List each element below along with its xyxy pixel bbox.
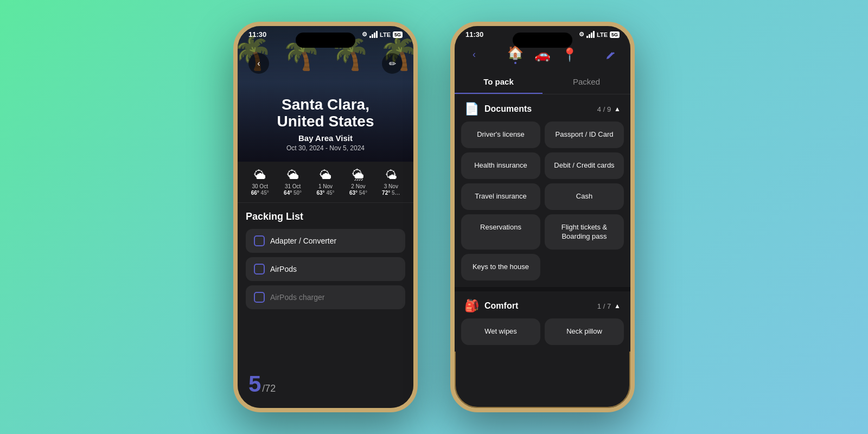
- phone2-content[interactable]: 📄 Documents 4 / 9 ▲ Driver's license Pas…: [455, 94, 630, 387]
- documents-chevron: ▲: [614, 105, 621, 113]
- settings-icon-2: ⚙: [579, 31, 584, 38]
- checkbox-0[interactable]: [254, 235, 265, 246]
- item-flight-tickets[interactable]: Flight tickets & Boarding pass: [545, 214, 624, 250]
- documents-category-header[interactable]: 📄 Documents 4 / 9 ▲: [455, 94, 630, 122]
- documents-category-left: 📄 Documents: [464, 102, 532, 116]
- nav-home[interactable]: 🏠: [507, 45, 524, 64]
- nav-buttons-1: ‹ ✏: [238, 53, 413, 74]
- packing-item-label-2: AirPods charger: [270, 293, 324, 302]
- nav-location[interactable]: 📍: [561, 47, 578, 62]
- packing-title: Packing List: [246, 211, 405, 222]
- status-time-1: 11:30: [248, 30, 266, 39]
- packing-counter: 5 /72: [248, 371, 276, 397]
- item-passport[interactable]: Passport / ID Card: [545, 122, 624, 148]
- back-button-1[interactable]: ‹: [248, 53, 269, 74]
- documents-items-grid: Driver's license Passport / ID Card Heal…: [455, 122, 630, 287]
- tab-packed[interactable]: Packed: [542, 71, 630, 94]
- weather-strip: 🌥 30 Oct 66° 45° 🌥 31 Oct 64° 50° 🌥 1 No…: [238, 162, 413, 203]
- item-wet-wipes[interactable]: Wet wipes: [461, 318, 540, 345]
- weather-day-2: 🌥 1 Nov 63° 45°: [311, 168, 340, 196]
- item-neck-pillow[interactable]: Neck pillow: [545, 318, 624, 345]
- weather-day-0: 🌥 30 Oct 66° 45°: [246, 168, 274, 196]
- comfort-chevron: ▲: [614, 302, 621, 310]
- dynamic-island-2: [513, 33, 572, 48]
- hero-content: Santa Clara, United States Bay Area Visi…: [238, 97, 413, 152]
- documents-icon: 📄: [464, 102, 479, 116]
- lte-label-2: LTE: [597, 31, 608, 38]
- item-travel-insurance[interactable]: Travel insurance: [461, 183, 540, 210]
- item-health-insurance[interactable]: Health insurance: [461, 152, 540, 179]
- item-keys[interactable]: Keys to the house: [461, 254, 540, 280]
- status-right-1: ⚙ LTE 5G: [362, 31, 403, 38]
- edit-button-2[interactable]: [602, 46, 620, 63]
- comfort-category-header[interactable]: 🎒 Comfort 1 / 7 ▲: [455, 291, 630, 318]
- comfort-category-name: Comfort: [484, 301, 518, 311]
- checkbox-2[interactable]: [254, 292, 265, 303]
- item-empty-placeholder: [545, 254, 624, 280]
- network-badge-1: 5G: [393, 31, 403, 38]
- back-button-2[interactable]: ‹: [465, 46, 483, 63]
- packing-section: Packing List Adapter / Converter AirPods…: [238, 203, 413, 322]
- item-reservations[interactable]: Reservations: [461, 214, 540, 250]
- dynamic-island-1: [296, 33, 355, 48]
- status-right-2: ⚙ LTE 5G: [579, 31, 620, 38]
- packing-item-1[interactable]: AirPods: [246, 257, 405, 281]
- hero-trip-name: Bay Area Visit: [238, 133, 413, 143]
- documents-count: 4 / 9 ▲: [597, 105, 621, 113]
- item-cash[interactable]: Cash: [545, 183, 624, 210]
- content-area-1: 🌥 30 Oct 66° 45° 🌥 31 Oct 64° 50° 🌥 1 No…: [238, 162, 413, 408]
- nav-car[interactable]: 🚗: [534, 47, 551, 62]
- tab-bar: To pack Packed: [455, 71, 630, 94]
- counter-total: /72: [262, 383, 276, 394]
- signal-bars-2: [586, 31, 595, 38]
- signal-bars-1: [369, 31, 378, 38]
- status-time-2: 11:30: [465, 30, 483, 39]
- comfort-items-grid: Wet wipes Neck pillow: [455, 318, 630, 352]
- lte-label-1: LTE: [380, 31, 391, 38]
- network-badge-2: 5G: [610, 31, 620, 38]
- item-debit-cards[interactable]: Debit / Credit cards: [545, 152, 624, 179]
- packing-item-label-1: AirPods: [270, 265, 297, 273]
- packing-item-label-0: Adapter / Converter: [270, 237, 336, 245]
- hero-city: Santa Clara, United States: [238, 97, 413, 130]
- counter-number: 5: [248, 371, 261, 397]
- phone-2: 11:30 ⚙ LTE 5G ‹ 🏠: [450, 22, 635, 412]
- phones-container: 🌴 🌴 🌴 🌴 11:30 ⚙ LTE 5G: [233, 22, 635, 412]
- phone-1: 🌴 🌴 🌴 🌴 11:30 ⚙ LTE 5G: [233, 22, 418, 412]
- weather-day-4: 🌤 3 Nov 72° 5…: [377, 168, 405, 196]
- documents-category-name: Documents: [484, 104, 532, 114]
- item-drivers-license[interactable]: Driver's license: [461, 122, 540, 148]
- hero-dates: Oct 30, 2024 - Nov 5, 2024: [238, 144, 413, 152]
- checkbox-1[interactable]: [254, 264, 265, 275]
- section-divider: [455, 287, 630, 291]
- comfort-count: 1 / 7 ▲: [597, 302, 621, 310]
- settings-icon-1: ⚙: [362, 31, 367, 38]
- packing-item-2[interactable]: AirPods charger: [246, 285, 405, 309]
- comfort-icon: 🎒: [464, 299, 479, 313]
- comfort-category-left: 🎒 Comfort: [464, 299, 518, 313]
- tab-to-pack[interactable]: To pack: [455, 71, 542, 94]
- weather-day-1: 🌥 31 Oct 64° 50°: [278, 168, 307, 196]
- header-icons-center: 🏠 🚗 📍: [507, 45, 578, 64]
- edit-button-1[interactable]: ✏: [382, 53, 403, 74]
- packing-item-0[interactable]: Adapter / Converter: [246, 229, 405, 253]
- weather-day-3: 🌦 2 Nov 63° 54°: [344, 168, 372, 196]
- active-dot: [514, 62, 516, 64]
